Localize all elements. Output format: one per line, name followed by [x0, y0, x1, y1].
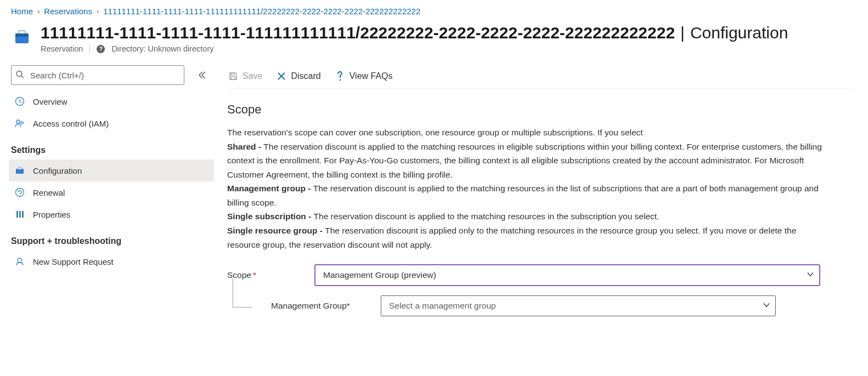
- svg-line-4: [21, 76, 24, 78]
- svg-point-17: [339, 79, 341, 81]
- shared-label: Shared -: [227, 142, 263, 151]
- management-group-field-label: Management Group: [271, 301, 347, 310]
- scope-intro-text: The reservation's scope can cover one su…: [227, 128, 643, 137]
- save-button-label: Save: [243, 71, 262, 81]
- svg-point-10: [16, 189, 24, 197]
- management-group-text: The reservation discount is applied to t…: [227, 184, 819, 207]
- svg-rect-9: [18, 167, 21, 169]
- breadcrumb-home[interactable]: Home: [11, 7, 33, 16]
- shared-text: The reservation discount is applied to t…: [227, 142, 822, 179]
- properties-icon: [14, 209, 25, 220]
- required-indicator: *: [347, 301, 350, 310]
- sidebar-item-new-support-request[interactable]: New Support Request: [9, 250, 214, 272]
- management-group-select[interactable]: Select a management group: [381, 295, 776, 316]
- toolbar: Save Discard View FAQs: [227, 63, 855, 89]
- management-group-select-placeholder: Select a management group: [389, 301, 496, 311]
- vertical-divider: [89, 44, 90, 53]
- sidebar-item-label: Configuration: [33, 166, 82, 175]
- directory-label: Directory: Unknown directory: [111, 44, 213, 53]
- chevron-right-icon: ›: [37, 7, 40, 15]
- people-icon: [14, 118, 25, 129]
- title-divider: |: [680, 24, 685, 42]
- chevron-right-icon: ›: [97, 7, 99, 15]
- sidebar-item-configuration[interactable]: Configuration: [9, 159, 214, 181]
- scope-select-value: Management Group (preview): [323, 270, 436, 280]
- breadcrumb: Home › Reservations › 11111111-1111-1111…: [0, 0, 868, 20]
- management-group-label: Management group -: [227, 184, 313, 193]
- renewal-icon: [14, 187, 25, 198]
- sidebar-search: [11, 65, 184, 85]
- sidebar-item-label: Access control (IAM): [33, 119, 109, 128]
- management-group-field-row: Management Group* Select a management gr…: [227, 295, 855, 316]
- save-button[interactable]: Save: [227, 69, 263, 83]
- sidebar-section-support: Support + troubleshooting: [9, 225, 214, 250]
- resource-type-label: Reservation: [41, 44, 83, 53]
- view-faqs-button-label: View FAQs: [350, 71, 393, 81]
- breadcrumb-current[interactable]: 11111111-1111-1111-1111-111111111111/222…: [103, 7, 420, 16]
- discard-button-label: Discard: [291, 71, 320, 81]
- sidebar-item-overview[interactable]: Overview: [9, 90, 214, 112]
- sidebar: Overview Access control (IAM) Settings C…: [0, 63, 214, 272]
- reservation-icon: [11, 26, 33, 48]
- briefcase-icon: [14, 165, 25, 176]
- sidebar-item-access-control[interactable]: Access control (IAM): [9, 112, 214, 134]
- discard-button[interactable]: Discard: [275, 69, 322, 83]
- single-subscription-text: The reservation discount is applied to t…: [314, 212, 660, 221]
- svg-rect-16: [231, 77, 235, 79]
- support-icon: [14, 256, 25, 267]
- svg-point-14: [18, 258, 22, 263]
- required-indicator: *: [253, 270, 256, 280]
- sidebar-item-label: Properties: [33, 210, 70, 219]
- svg-rect-2: [15, 33, 29, 37]
- view-faqs-button[interactable]: View FAQs: [334, 68, 394, 84]
- single-subscription-label: Single subscription -: [227, 212, 314, 221]
- sidebar-item-renewal[interactable]: Renewal: [9, 181, 214, 203]
- close-icon: [277, 71, 286, 81]
- page-section: Configuration: [690, 24, 788, 42]
- single-resource-group-label: Single resource group -: [227, 226, 325, 235]
- scope-field-row: Scope* Management Group (preview): [227, 265, 855, 286]
- breadcrumb-reservations[interactable]: Reservations: [44, 7, 92, 16]
- svg-point-3: [16, 71, 22, 77]
- help-icon[interactable]: ?: [97, 45, 105, 53]
- scope-description: The reservation's scope can cover one su…: [227, 126, 831, 252]
- svg-point-7: [21, 122, 24, 124]
- svg-rect-13: [22, 211, 24, 218]
- clock-icon: [14, 96, 25, 107]
- sidebar-item-label: Overview: [33, 97, 67, 106]
- scope-heading: Scope: [227, 102, 855, 117]
- sidebar-item-properties[interactable]: Properties: [9, 203, 214, 225]
- page-title: 11111111-1111-1111-1111-111111111111/222…: [41, 24, 675, 42]
- save-icon: [228, 71, 238, 81]
- question-icon: [335, 70, 345, 82]
- main-content: Save Discard View FAQs Scope The reserva…: [214, 63, 868, 329]
- svg-rect-12: [19, 211, 21, 218]
- sidebar-item-label: New Support Request: [33, 257, 114, 266]
- sidebar-section-settings: Settings: [9, 134, 214, 159]
- collapse-sidebar-button[interactable]: [194, 67, 210, 83]
- search-icon: [15, 70, 24, 81]
- search-input[interactable]: [11, 65, 184, 85]
- sidebar-item-label: Renewal: [33, 188, 65, 197]
- page-header: 11111111-1111-1111-1111-111111111111/222…: [0, 20, 868, 63]
- tree-connector: [233, 278, 252, 307]
- svg-point-6: [16, 120, 20, 123]
- scope-select[interactable]: Management Group (preview): [315, 265, 820, 286]
- svg-rect-11: [16, 211, 18, 218]
